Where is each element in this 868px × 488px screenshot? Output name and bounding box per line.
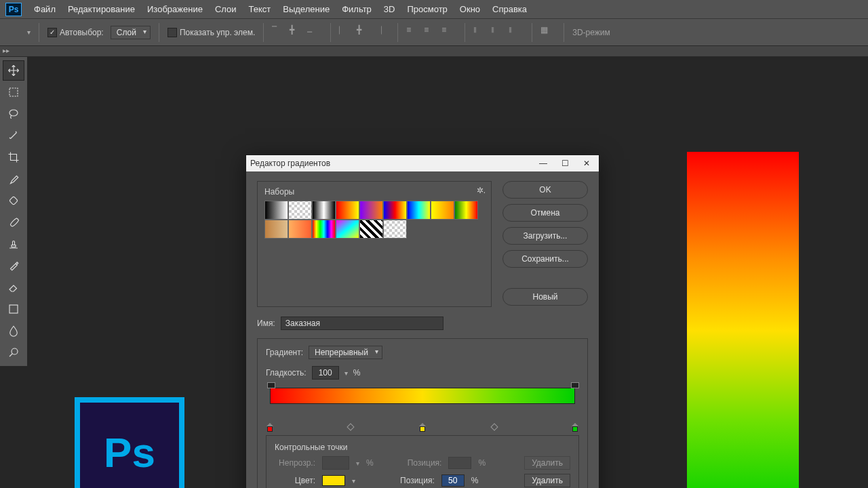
align-left-icon[interactable]: ⎸	[339, 25, 354, 40]
move-tool[interactable]	[3, 60, 24, 81]
cancel-button[interactable]: Отмена	[502, 204, 588, 222]
smoothness-input[interactable]	[312, 366, 339, 380]
preset-swatch[interactable]	[312, 201, 336, 220]
ok-button[interactable]: OK	[502, 181, 588, 199]
dist-right-icon[interactable]: ⦀	[509, 25, 524, 40]
dist-top-icon[interactable]: ≡	[406, 25, 421, 40]
preset-swatch[interactable]	[336, 220, 359, 239]
align-vcenter-icon[interactable]: ╋	[290, 25, 304, 40]
divider	[397, 23, 398, 42]
eraser-tool[interactable]	[3, 277, 24, 298]
divider	[532, 23, 532, 42]
gradient-section: Градиент: Непрерывный Гладкость: ▾ % Кон	[257, 338, 588, 488]
align-bottom-icon[interactable]: ⎽	[307, 25, 322, 40]
name-input[interactable]	[281, 317, 443, 330]
color-position-input[interactable]	[441, 474, 465, 487]
preset-swatch[interactable]	[407, 201, 431, 220]
svg-rect-3	[9, 305, 18, 313]
brush-tool[interactable]	[3, 212, 24, 232]
menu-layers[interactable]: Слои	[215, 4, 237, 14]
preset-swatch[interactable]	[359, 220, 383, 239]
gradient-editor-dialog: Редактор градиентов — ☐ ✕ Наборы ✲. OK О…	[245, 155, 599, 488]
chevron-down-icon[interactable]: ▾	[352, 477, 355, 485]
heal-tool[interactable]	[3, 190, 24, 211]
new-button[interactable]: Новый	[502, 288, 588, 306]
menu-filter[interactable]: Фильтр	[342, 4, 372, 14]
preset-swatch[interactable]	[264, 201, 288, 220]
panel-expander[interactable]: ▸▸	[0, 46, 868, 57]
menu-select[interactable]: Выделение	[283, 4, 330, 14]
preset-swatch[interactable]	[383, 201, 407, 220]
divider	[159, 23, 159, 42]
opacity-position-label: Позиция:	[408, 458, 442, 468]
menu-3d[interactable]: 3D	[384, 4, 395, 14]
maximize-icon[interactable]: ☐	[557, 157, 573, 169]
blur-tool[interactable]	[3, 321, 24, 341]
color-delete-button[interactable]: Удалить	[524, 474, 570, 487]
align-top-icon[interactable]: ⎺	[272, 25, 287, 40]
marquee-tool[interactable]	[3, 82, 24, 102]
align-group-2: ⎸ ╋ ⎹	[339, 25, 389, 40]
preset-swatch[interactable]	[312, 220, 336, 239]
close-icon[interactable]: ✕	[578, 157, 595, 169]
menu-image[interactable]: Изображение	[147, 4, 203, 14]
autoselect-dropdown[interactable]: Слой	[111, 26, 151, 39]
move-tool-icon	[5, 25, 20, 40]
gradient-bar[interactable]	[266, 388, 579, 426]
dist-left-icon[interactable]: ⦀	[473, 25, 488, 40]
color-stop[interactable]	[419, 423, 426, 432]
history-brush-tool[interactable]	[3, 256, 24, 276]
opacity-stop-left[interactable]	[267, 382, 274, 389]
crop-tool[interactable]	[3, 147, 24, 167]
load-button[interactable]: Загрузить...	[502, 227, 588, 245]
smoothness-label: Гладкость:	[266, 368, 307, 378]
dodge-tool[interactable]	[3, 342, 24, 363]
dist-bottom-icon[interactable]: ≡	[441, 25, 456, 40]
wand-tool[interactable]	[3, 125, 24, 146]
preset-swatch[interactable]	[336, 201, 359, 220]
dist-hcenter-icon[interactable]: ⦀	[491, 25, 506, 40]
preset-swatch[interactable]	[359, 201, 383, 220]
divider	[39, 23, 39, 42]
gear-icon[interactable]: ✲.	[477, 186, 486, 195]
color-stop[interactable]	[267, 423, 273, 432]
preset-swatches	[264, 201, 478, 239]
chevron-down-icon[interactable]: ▾	[344, 369, 348, 377]
midpoint-marker[interactable]	[347, 423, 354, 430]
lasso-tool[interactable]	[3, 104, 24, 124]
align-hcenter-icon[interactable]: ╋	[357, 25, 372, 40]
dialog-titlebar[interactable]: Редактор градиентов — ☐ ✕	[246, 155, 599, 171]
midpoint-marker[interactable]	[491, 423, 498, 430]
preset-swatch[interactable]	[431, 201, 454, 220]
color-stop[interactable]	[572, 423, 578, 432]
opacity-input	[322, 456, 349, 470]
save-button[interactable]: Сохранить...	[502, 250, 588, 268]
color-label: Цвет:	[275, 476, 315, 485]
dialog-title: Редактор градиентов	[250, 159, 330, 168]
preset-swatch[interactable]	[264, 220, 288, 239]
stamp-tool[interactable]	[3, 234, 24, 254]
color-swatch[interactable]	[322, 475, 345, 486]
menu-file[interactable]: Файл	[34, 4, 56, 14]
preset-swatch[interactable]	[383, 220, 407, 239]
preset-swatch[interactable]	[288, 201, 312, 220]
menu-window[interactable]: Окно	[460, 4, 480, 14]
opacity-stop-right[interactable]	[571, 382, 578, 389]
minimize-icon[interactable]: —	[535, 157, 551, 169]
gradient-tool[interactable]	[3, 299, 24, 319]
autoselect-checkbox[interactable]: ✓Автовыбор:	[47, 28, 104, 37]
menu-help[interactable]: Справка	[492, 4, 527, 14]
preset-swatch[interactable]	[288, 220, 312, 239]
show-controls-checkbox[interactable]: Показать упр. элем.	[167, 28, 255, 37]
auto-align-icon[interactable]: ▦	[540, 25, 555, 40]
menu-view[interactable]: Просмотр	[407, 4, 447, 14]
chevron-down-icon[interactable]: ▾	[27, 28, 31, 36]
eyedropper-tool[interactable]	[3, 169, 24, 189]
tools-panel	[0, 57, 27, 366]
align-right-icon[interactable]: ⎹	[374, 25, 389, 40]
gradient-type-dropdown[interactable]: Непрерывный	[309, 346, 382, 359]
menu-text[interactable]: Текст	[249, 4, 271, 14]
menu-edit[interactable]: Редактирование	[68, 4, 135, 14]
dist-vcenter-icon[interactable]: ≡	[424, 25, 439, 40]
preset-swatch[interactable]	[454, 201, 478, 220]
